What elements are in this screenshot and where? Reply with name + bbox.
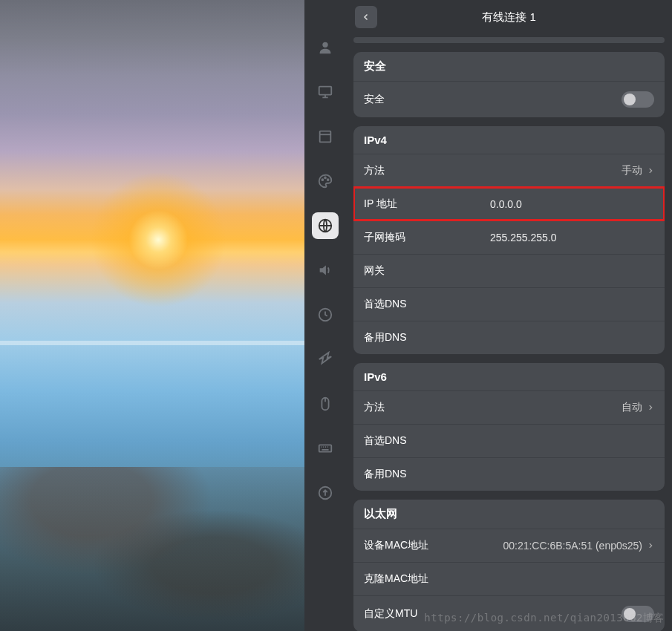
row-label: 设备MAC地址 (364, 539, 490, 552)
ipv6-dns1-row[interactable]: 首选DNS (353, 424, 665, 457)
section-heading: IPv4 (353, 126, 665, 154)
svg-rect-2 (320, 131, 331, 143)
ipv4-netmask-row[interactable]: 子网掩码 255.255.255.0 (353, 220, 665, 254)
ethernet-mac-row[interactable]: 设备MAC地址 00:21:CC:6B:5A:51 (enp0s25) (353, 529, 665, 562)
scroll-indicator (353, 37, 665, 43)
chevron-right-icon (647, 540, 654, 552)
panel-header: 有线连接 1 (346, 0, 672, 34)
section-heading: 安全 (353, 52, 665, 81)
palette-icon[interactable] (312, 168, 339, 194)
section-security: 安全 安全 (353, 52, 665, 117)
row-label: IP 地址 (364, 197, 490, 211)
row-label: 方法 (364, 164, 490, 177)
row-label: 首选DNS (364, 298, 490, 311)
row-label: 网关 (364, 264, 490, 278)
section-ethernet: 以太网 设备MAC地址 00:21:CC:6B:5A:51 (enp0s25) … (353, 500, 665, 631)
settings-sidebar (304, 0, 346, 631)
display-icon[interactable] (312, 79, 339, 105)
row-value: 00:21:CC:6B:5A:51 (enp0s25) (503, 540, 642, 552)
row-label: 自定义MTU (364, 607, 490, 621)
ipv6-dns2-row[interactable]: 备用DNS (353, 457, 665, 491)
settings-panel: 有线连接 1 安全 安全 IPv4 方法 手动 (346, 0, 672, 631)
section-ipv4: IPv4 方法 手动 IP 地址 0.0.0.0 子网掩码 (353, 126, 665, 354)
security-toggle[interactable] (622, 91, 654, 108)
row-label: 备用DNS (364, 331, 490, 344)
row-value: 0.0.0.0 (490, 198, 654, 210)
ipv4-ip-row[interactable]: IP 地址 0.0.0.0 (353, 187, 665, 220)
section-heading: IPv6 (353, 363, 665, 390)
desktop-wallpaper (0, 0, 304, 631)
section-heading: 以太网 (353, 500, 665, 529)
person-icon[interactable] (312, 34, 339, 61)
svg-point-3 (322, 179, 323, 180)
svg-point-5 (327, 179, 329, 180)
security-toggle-row[interactable]: 安全 (353, 81, 665, 117)
window-icon[interactable] (312, 123, 339, 150)
ethernet-mtu-row[interactable]: 自定义MTU (353, 595, 665, 631)
update-icon[interactable] (312, 480, 339, 506)
ipv6-method-row[interactable]: 方法 自动 (353, 390, 665, 424)
row-value: 手动 (622, 164, 642, 177)
row-label: 备用DNS (364, 468, 490, 481)
row-label: 首选DNS (364, 434, 490, 448)
mtu-toggle[interactable] (622, 606, 654, 622)
row-value: 255.255.255.0 (490, 232, 654, 243)
svg-rect-1 (319, 87, 332, 95)
chevron-right-icon (647, 402, 654, 413)
mouse-icon[interactable] (312, 390, 339, 417)
network-icon[interactable] (312, 212, 339, 239)
row-label: 克隆MAC地址 (364, 572, 490, 586)
row-label: 安全 (364, 93, 490, 106)
page-title: 有线连接 1 (346, 10, 672, 24)
row-label: 方法 (364, 401, 490, 414)
power-icon[interactable] (312, 346, 339, 373)
time-icon[interactable] (312, 301, 339, 328)
section-ipv6: IPv6 方法 自动 首选DNS 备用DNS (353, 363, 665, 491)
svg-point-4 (324, 177, 326, 179)
ipv4-gateway-row[interactable]: 网关 (353, 254, 665, 287)
keyboard-icon[interactable] (312, 435, 339, 462)
ethernet-clone-mac-row[interactable]: 克隆MAC地址 (353, 562, 665, 595)
ipv4-dns2-row[interactable]: 备用DNS (353, 321, 665, 354)
sound-icon[interactable] (312, 257, 339, 284)
ipv4-dns1-row[interactable]: 首选DNS (353, 287, 665, 321)
svg-rect-9 (319, 445, 332, 451)
row-value: 自动 (622, 401, 642, 414)
row-label: 子网掩码 (364, 231, 490, 244)
svg-point-0 (322, 42, 327, 48)
chevron-right-icon (647, 165, 654, 177)
ipv4-method-row[interactable]: 方法 手动 (353, 154, 665, 187)
